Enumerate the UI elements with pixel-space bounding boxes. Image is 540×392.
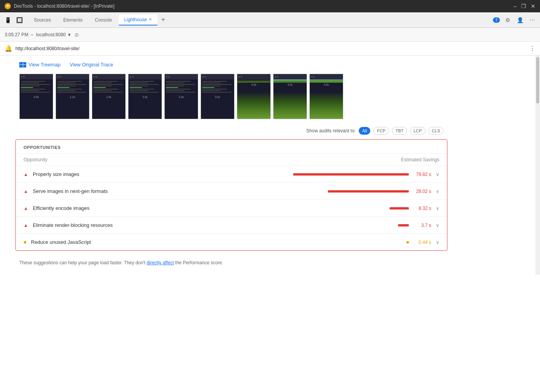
settings-button[interactable]: ⚙: [503, 15, 512, 25]
opp-columns: Opportunity Estimated Savings: [16, 154, 447, 166]
opp-name-5: Reduce unused JavaScript: [31, 239, 402, 245]
opp-value-4: 3.7 s: [412, 223, 431, 228]
tab-elements[interactable]: Elements: [58, 15, 88, 25]
warning-icon-1: ▲: [24, 172, 28, 177]
tab-add-button[interactable]: +: [159, 16, 168, 24]
host-dropdown[interactable]: ▼: [67, 32, 71, 37]
filmstrip-frame-9: 4.5s: [309, 74, 343, 119]
opp-expand-3[interactable]: ∨: [436, 206, 439, 211]
tab-sources[interactable]: Sources: [29, 15, 56, 25]
url-bar: 3:05:27 PM – localhost:8080 ▼ ⊘: [0, 28, 540, 42]
opp-expand-4[interactable]: ∨: [436, 223, 439, 228]
view-links: View Treemap View Original Trace: [15, 62, 447, 68]
opp-name-4: Eliminate render-blocking resources: [33, 222, 393, 228]
more-options-button[interactable]: ⋯: [528, 15, 537, 25]
opp-bar-1: [293, 173, 409, 176]
opp-expand-2[interactable]: ∨: [436, 189, 439, 194]
tab-console[interactable]: Console: [89, 15, 117, 25]
opp-bar-2: [328, 190, 409, 193]
opp-row-unused-js: ■ Reduce unused JavaScript 0.44 s ∨: [16, 234, 447, 250]
notification-badge: 7: [493, 17, 500, 23]
tab-lighthouse-close[interactable]: ✕: [148, 17, 152, 22]
filmstrip-frame-1: 0.5s: [19, 74, 53, 119]
opp-bar-container-4: 3.7 s: [398, 223, 431, 228]
opportunities-section: OPPORTUNITIES Opportunity Estimated Savi…: [15, 139, 447, 251]
treemap-icon: [19, 62, 26, 68]
opp-row-render-blocking: ▲ Eliminate render-blocking resources 3.…: [16, 217, 447, 234]
filmstrip-frame-2: 1.0s: [56, 74, 89, 119]
close-button[interactable]: ✕: [531, 3, 535, 9]
title-bar-text: DevTools - localhost:8080/travel-site/ -…: [14, 3, 115, 9]
opp-bar-container-5: 0.44 s: [407, 240, 431, 245]
opp-expand-5[interactable]: ∨: [436, 240, 439, 245]
warning-icon-5: ■: [24, 240, 26, 245]
opp-row-efficiently-encode: ▲ Efficiently encode images 8.32 s ∨: [16, 200, 447, 217]
filter-lcp-button[interactable]: LCP: [410, 127, 425, 135]
opp-name-3: Efficiently encode images: [33, 205, 385, 211]
opp-value-3: 8.32 s: [412, 206, 431, 211]
opp-bar-3: [390, 207, 409, 210]
scrollbar-thumb[interactable]: [536, 57, 539, 103]
filter-all-button[interactable]: All: [359, 127, 370, 135]
opp-bar-5: [407, 241, 409, 243]
view-treemap-link[interactable]: View Treemap: [19, 62, 61, 68]
audit-filter-label: Show audits relevant to:: [306, 128, 356, 133]
opp-column-savings: Estimated Savings: [401, 157, 439, 162]
tabs-bar: 📱 🔲 Sources Elements Console Lighthouse …: [0, 12, 540, 28]
filter-cls-button[interactable]: CLS: [429, 127, 444, 135]
opp-row-properly-size-images: ▲ Properly size images 79.82 s ∨: [16, 166, 447, 183]
tab-lighthouse[interactable]: Lighthouse ✕: [119, 15, 157, 25]
opp-bar-container-1: 79.82 s: [293, 172, 431, 177]
opportunities-header: OPPORTUNITIES: [16, 140, 447, 154]
page-url-bar: 🔔 http://localhost:8080/travel-site/ ⋮: [0, 42, 540, 56]
filmstrip-frame-7: 3.5s: [237, 74, 271, 119]
warning-icon-2: ▲: [24, 189, 28, 194]
title-bar: 🛠 DevTools - localhost:8080/travel-site/…: [0, 0, 540, 12]
inspect-icon[interactable]: 🔲: [15, 15, 24, 25]
opp-value-2: 28.02 s: [412, 189, 431, 194]
opp-bar-container-2: 28.02 s: [328, 189, 431, 194]
audit-filter: Show audits relevant to: All FCP TBT LCP…: [15, 127, 447, 135]
filter-tbt-button[interactable]: TBT: [392, 127, 407, 135]
filmstrip-frame-3: 1.5s: [92, 74, 126, 119]
opp-row-next-gen-formats: ▲ Serve images in next-gen formats 28.02…: [16, 183, 447, 200]
main-content: View Treemap View Original Trace: [0, 56, 540, 392]
filmstrip: 0.5s 1.0s: [15, 74, 447, 119]
scrollbar-track[interactable]: [535, 56, 540, 275]
directly-affect-link[interactable]: directly affect: [147, 260, 174, 265]
filter-fcp-button[interactable]: FCP: [373, 127, 389, 135]
tab-lighthouse-label: Lighthouse: [124, 17, 147, 22]
stop-button[interactable]: ⊘: [74, 32, 79, 38]
opp-column-opportunity: Opportunity: [24, 157, 47, 162]
minimize-button[interactable]: –: [513, 3, 516, 9]
filmstrip-frame-4: 2.0s: [128, 74, 162, 119]
opp-bar-4: [398, 224, 409, 226]
profile-button[interactable]: 👤: [515, 15, 525, 25]
page-url-text: http://localhost:8080/travel-site/: [15, 46, 526, 51]
filmstrip-frame-5: 2.5s: [164, 74, 198, 119]
footer-note: These suggestions can help your page loa…: [15, 257, 447, 269]
warning-icon-3: ▲: [24, 206, 28, 211]
alert-icon: 🔔: [5, 45, 12, 52]
device-toolbar-icon[interactable]: 📱: [3, 15, 12, 25]
opp-bar-container-3: 8.32 s: [390, 206, 431, 211]
warning-icon-4: ▲: [24, 223, 28, 228]
view-original-trace-link[interactable]: View Original Trace: [70, 62, 113, 68]
filmstrip-frame-8: 4.0s: [273, 74, 307, 119]
page-more-button[interactable]: ⋮: [529, 45, 535, 52]
filmstrip-frame-6: 3.0s: [201, 74, 235, 119]
devtools-icon: 🛠: [5, 3, 11, 9]
opp-value-1: 79.82 s: [412, 172, 431, 177]
opp-name-1: Properly size images: [33, 171, 289, 177]
opp-name-2: Serve images in next-gen formats: [33, 188, 323, 194]
restore-button[interactable]: ❐: [521, 3, 526, 9]
opp-expand-1[interactable]: ∨: [436, 172, 439, 177]
opp-value-5: 0.44 s: [412, 240, 431, 245]
timestamp: 3:05:27 PM – localhost:8080 ▼: [5, 32, 71, 37]
